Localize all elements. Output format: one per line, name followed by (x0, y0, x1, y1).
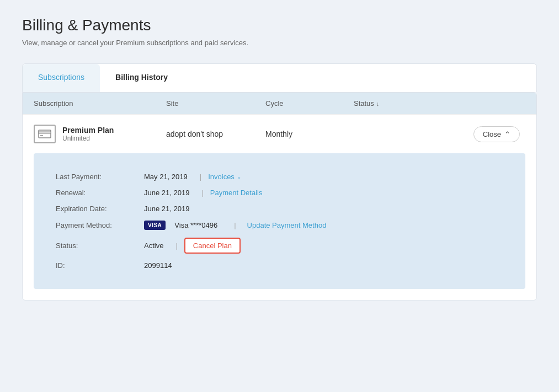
expiration-value: June 21, 2019 (144, 205, 189, 213)
svg-rect-1 (39, 132, 51, 133)
header-subscription: Subscription (34, 99, 166, 108)
page-subtitle: View, manage or cancel your Premium subs… (22, 39, 537, 47)
id-row: ID: 2099114 (56, 257, 503, 273)
visa-badge: VISA (144, 221, 166, 230)
status-label: Status: (56, 241, 144, 250)
subscription-tier: Unlimited (62, 135, 114, 142)
payment-method-label: Payment Method: (56, 221, 144, 229)
header-status[interactable]: Status ↓ (354, 99, 525, 108)
separator-3: | (234, 221, 236, 229)
chevron-down-icon: ⌄ (237, 174, 241, 180)
header-site: Site (166, 99, 265, 108)
table-header: Subscription Site Cycle Status ↓ (23, 93, 536, 114)
update-payment-link[interactable]: Update Payment Method (247, 221, 327, 229)
header-cycle: Cycle (265, 99, 354, 108)
page-title: Billing & Payments (22, 17, 537, 34)
renewal-label: Renewal: (56, 189, 144, 197)
site-cell: adopt don't shop (166, 130, 265, 138)
id-label: ID: (56, 261, 144, 270)
payment-details-link[interactable]: Payment Details (210, 189, 263, 197)
subscription-info: Premium Plan Unlimited (62, 126, 114, 142)
visa-number: Visa ****0496 (174, 221, 217, 229)
separator-1: | (200, 173, 201, 181)
close-button[interactable]: Close ⌃ (473, 126, 520, 142)
tabs-container: Subscriptions Billing History (22, 63, 537, 92)
invoices-link[interactable]: Invoices ⌄ (208, 173, 241, 181)
payment-method-row: Payment Method: VISA Visa ****0496 | Upd… (56, 217, 503, 234)
premium-plan-icon (38, 128, 51, 139)
last-payment-value: May 21, 2019 (144, 173, 188, 181)
status-row: Status: Active | Cancel Plan (56, 234, 503, 257)
chevron-up-icon: ⌃ (504, 130, 510, 138)
table-row: Premium Plan Unlimited adopt don't shop … (23, 114, 536, 153)
id-value: 2099114 (144, 261, 172, 270)
subscription-name: Premium Plan (62, 126, 114, 135)
subscription-cell: Premium Plan Unlimited (34, 125, 166, 143)
last-payment-row: Last Payment: May 21, 2019 | Invoices ⌄ (56, 169, 503, 185)
status-value: Active (144, 241, 163, 250)
last-payment-label: Last Payment: (56, 173, 144, 181)
separator-4: | (175, 241, 177, 250)
tab-subscriptions[interactable]: Subscriptions (23, 64, 100, 92)
renewal-row: Renewal: June 21, 2019 | Payment Details (56, 185, 503, 201)
main-panel: Subscription Site Cycle Status ↓ Premium… (22, 92, 537, 300)
svg-rect-0 (39, 130, 51, 138)
sort-icon: ↓ (376, 100, 380, 107)
cycle-cell: Monthly (265, 130, 354, 138)
cancel-plan-button[interactable]: Cancel Plan (184, 238, 241, 254)
subscription-icon (34, 125, 56, 143)
expiration-row: Expiration Date: June 21, 2019 (56, 201, 503, 217)
renewal-value: June 21, 2019 (144, 189, 189, 197)
separator-2: | (201, 189, 203, 197)
action-cell: Close ⌃ (354, 126, 525, 142)
payment-method-value: VISA Visa ****0496 | Update Payment Meth… (144, 221, 326, 230)
tab-billing-history[interactable]: Billing History (100, 64, 183, 92)
expiration-label: Expiration Date: (56, 205, 144, 213)
details-panel: Last Payment: May 21, 2019 | Invoices ⌄ … (34, 153, 525, 289)
